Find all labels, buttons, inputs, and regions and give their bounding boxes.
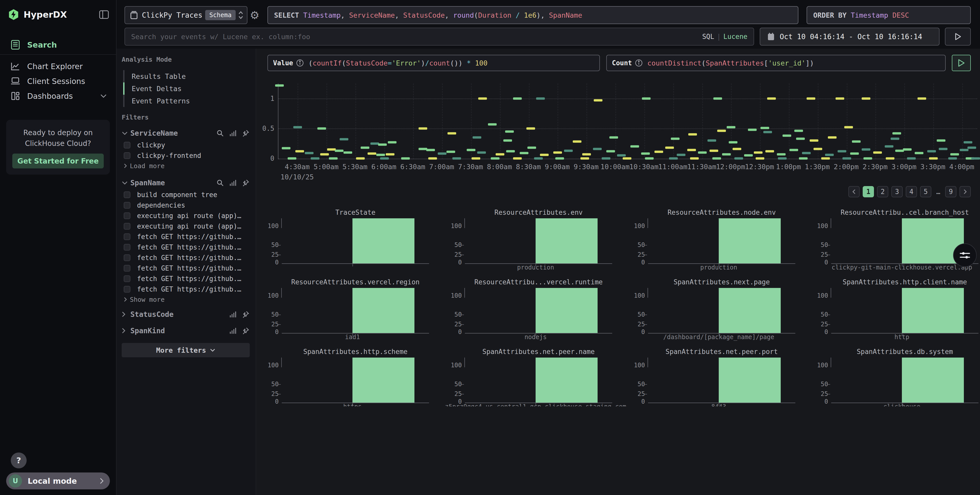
filter-group-spankind[interactable]: SpanKind	[122, 324, 249, 337]
analysis-mode-item-results-table[interactable]: Results Table	[123, 70, 249, 82]
pin-icon[interactable]	[242, 311, 249, 318]
facet-chart[interactable]: SpanAttributes.http.scheme10050250https	[267, 348, 429, 406]
filter-option[interactable]: dependencies	[124, 200, 249, 210]
facet-chart[interactable]: SpanAttributes.db.system10050250clickhou…	[816, 348, 978, 406]
filter-group-spanname[interactable]: SpanName	[122, 176, 249, 189]
bar-chart-icon[interactable]	[229, 179, 236, 186]
filter-option[interactable]: fetch GET https://github.…	[124, 284, 249, 294]
value-expression-input[interactable]: Value (countIf(StatusCode='Error')/count…	[267, 55, 600, 71]
gear-icon[interactable]: ⚙	[247, 6, 262, 24]
facet-chart[interactable]: TraceState10050250	[267, 209, 429, 271]
checkbox[interactable]	[124, 192, 130, 198]
source-select[interactable]: ClickPy Traces Schema	[124, 6, 247, 24]
bar-chart-icon[interactable]	[229, 130, 236, 136]
facet-chart[interactable]: SpanAttributes.net.peer.name10050250z5pr…	[450, 348, 612, 406]
app-root: HyperDX Search Chart Explorer	[0, 0, 980, 495]
facet-chart[interactable]: ResourceAttribu..cel.branch_host10050250…	[816, 209, 978, 271]
page-button-5[interactable]: 5	[920, 186, 931, 197]
bar-chart-icon[interactable]	[229, 327, 236, 334]
language-toggle[interactable]: SQL|Lucene	[702, 33, 748, 40]
sidebar-collapse-icon[interactable]	[99, 10, 109, 19]
data-point	[885, 145, 893, 148]
servicename-load-more[interactable]: Load more	[124, 161, 249, 171]
filter-option[interactable]: build component tree	[124, 189, 249, 200]
facet-axis-bracket	[465, 218, 465, 228]
filter-option[interactable]: fetch GET https://github.…	[124, 252, 249, 263]
facet-chart[interactable]: ResourceAttribu...vercel.runtime10050250…	[450, 278, 612, 341]
filter-option[interactable]: fetch GET https://github.…	[124, 273, 249, 284]
checkbox[interactable]	[124, 142, 130, 148]
facet-chart[interactable]: SpanAttributes.http.client.name10050250h…	[816, 278, 978, 341]
sidebar-item-client-sessions[interactable]: Client Sessions	[0, 74, 116, 89]
pin-icon[interactable]	[242, 179, 249, 186]
search-input[interactable]	[131, 33, 702, 41]
schema-badge: Schema	[205, 10, 235, 20]
checkbox[interactable]	[124, 152, 130, 159]
checkbox[interactable]	[124, 244, 130, 251]
facet-chart[interactable]: ResourceAttributes.vercel.region10050250…	[267, 278, 429, 341]
facet-y-axis: 10050250	[633, 218, 648, 264]
local-mode-pill[interactable]: U Local mode	[6, 473, 110, 489]
page-button-4[interactable]: 4	[906, 186, 917, 197]
chart-y-axis: 10.50	[262, 83, 278, 159]
pin-icon[interactable]	[242, 130, 249, 136]
search-icon[interactable]	[216, 179, 224, 186]
facet-chart[interactable]: ResourceAttributes.env10050250production	[450, 209, 612, 271]
checkbox[interactable]	[124, 286, 130, 292]
sidebar-item-chart-explorer[interactable]: Chart Explorer	[0, 59, 116, 74]
search-icon[interactable]	[216, 130, 224, 136]
filter-option[interactable]: fetch GET https://github.…	[124, 263, 249, 273]
filter-group-servicename[interactable]: ServiceName	[122, 127, 249, 140]
next-page-button[interactable]	[959, 186, 971, 197]
date-range-picker[interactable]: Oct 10 04:16:14 - Oct 10 16:16:14	[760, 28, 940, 46]
filter-option[interactable]: executing api route (app)…	[124, 221, 249, 232]
analysis-mode-item-event-deltas[interactable]: Event Deltas	[123, 82, 249, 95]
page-button-1[interactable]: 1	[863, 186, 874, 197]
sidebar-item-search[interactable]: Search	[0, 37, 116, 52]
bar-chart-icon[interactable]	[229, 311, 236, 318]
sql-mode-option[interactable]: SQL	[702, 33, 714, 40]
page-button-3[interactable]: 3	[891, 186, 903, 197]
facet-chart[interactable]: ResourceAttributes.node.env10050250produ…	[633, 209, 795, 271]
lucene-mode-option[interactable]: Lucene	[723, 33, 748, 40]
run-search-button[interactable]	[945, 28, 971, 46]
filter-option[interactable]: fetch GET https://github.…	[124, 242, 249, 252]
filter-option[interactable]: executing api route (app)…	[124, 210, 249, 221]
more-filters-button[interactable]: More filters	[122, 343, 250, 357]
pin-icon[interactable]	[242, 327, 249, 334]
checkbox[interactable]	[124, 202, 130, 209]
analysis-mode-item-event-patterns[interactable]: Event Patterns	[123, 95, 249, 107]
checkbox[interactable]	[124, 213, 130, 219]
filter-option-label: fetch GET https://github.…	[137, 286, 241, 293]
checkbox[interactable]	[124, 265, 130, 271]
chevron-down-icon	[122, 181, 128, 185]
x-tick-label: 2:00pm	[834, 163, 859, 171]
page-button-9[interactable]: 9	[945, 186, 956, 197]
facet-chart[interactable]: SpanAttributes.next.page10050250/dashboa…	[633, 278, 795, 341]
data-point	[864, 157, 872, 160]
help-button[interactable]: ?	[11, 452, 27, 468]
checkbox[interactable]	[124, 254, 130, 261]
spanname-show-more[interactable]: Show more	[124, 294, 249, 305]
data-point	[447, 132, 456, 134]
count-expression-input[interactable]: Count countDistinct(SpanAttributes['user…	[606, 55, 946, 71]
apply-metrics-button[interactable]	[952, 55, 971, 71]
order-by-editor[interactable]: ORDER BY Timestamp DESC	[807, 6, 971, 24]
get-started-button[interactable]: Get Started for Free	[12, 154, 104, 168]
checkbox[interactable]	[124, 233, 130, 240]
sql-select-editor[interactable]: SELECT Timestamp, ServiceName, StatusCod…	[267, 6, 799, 24]
chart-settings-fab[interactable]	[953, 243, 977, 267]
checkbox[interactable]	[124, 223, 130, 230]
x-tick-label: 6:30am	[400, 163, 425, 171]
event-deltas-chart[interactable]: 10.50	[262, 83, 980, 159]
page-button-2[interactable]: 2	[877, 186, 888, 197]
checkbox[interactable]	[124, 275, 130, 282]
filter-option[interactable]: clickpy-frontend	[124, 150, 249, 161]
facet-chart[interactable]: SpanAttributes.net.peer.port100502508443	[633, 348, 795, 406]
filter-group-statuscode[interactable]: StatusCode	[122, 308, 249, 321]
chevron-right-icon	[122, 311, 128, 317]
prev-page-button[interactable]	[848, 186, 860, 197]
filter-option[interactable]: clickpy	[124, 140, 249, 150]
filter-option[interactable]: fetch GET https://github.…	[124, 232, 249, 242]
sidebar-item-dashboards[interactable]: Dashboards	[0, 89, 116, 103]
